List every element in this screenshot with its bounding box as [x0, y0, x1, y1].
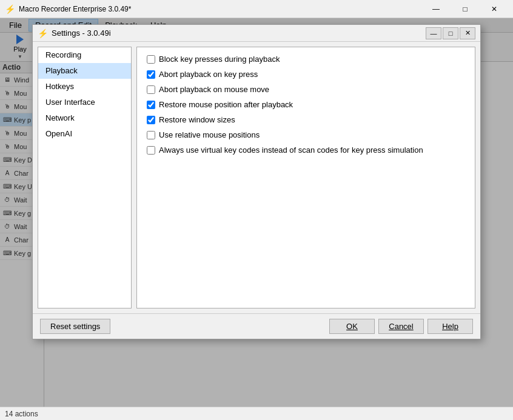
checkbox-label-cb6[interactable]: Use relative mouse positions [159, 130, 260, 139]
settings-dialog: ⚡ Settings - 3.0.49i — □ ✕ RecordingPlay… [32, 24, 481, 339]
app-title: Macro Recorder Enterprise 3.0.49* [19, 5, 131, 13]
app-icon: ⚡ [5, 4, 15, 14]
minimize-button[interactable]: — [422, 0, 450, 18]
title-bar-left: ⚡ Macro Recorder Enterprise 3.0.49* [5, 4, 131, 14]
checkbox-row-cb5: Restore window sizes [147, 115, 465, 124]
settings-content-panel: Block key presses during playbackAbort p… [136, 47, 475, 308]
title-bar: ⚡ Macro Recorder Enterprise 3.0.49* — □ … [0, 0, 513, 18]
checkbox-cb1[interactable] [147, 55, 155, 64]
status-text: 14 actions [5, 410, 38, 418]
checkbox-cb7[interactable] [147, 146, 155, 155]
checkbox-label-cb7[interactable]: Always use virtual key codes instead of … [159, 145, 423, 155]
checkbox-row-cb6: Use relative mouse positions [147, 130, 465, 139]
title-bar-controls: — □ ✕ [422, 0, 508, 18]
checkbox-row-cb4: Restore mouse position after playback [147, 100, 465, 109]
checkbox-label-cb3[interactable]: Abort playback on mouse move [159, 85, 269, 94]
checkbox-row-cb7: Always use virtual key codes instead of … [147, 145, 465, 155]
dialog-overlay: ⚡ Settings - 3.0.49i — □ ✕ RecordingPlay… [0, 18, 513, 407]
reset-settings-button[interactable]: Reset settings [40, 319, 110, 334]
checkbox-label-cb2[interactable]: Abort playback on key press [159, 70, 258, 79]
checkbox-cb6[interactable] [147, 131, 155, 139]
settings-nav-item-recording[interactable]: Recording [38, 47, 131, 63]
dialog-footer: Reset settings OK Cancel Help [33, 313, 480, 339]
settings-nav-panel: RecordingPlaybackHotkeysUser InterfaceNe… [38, 47, 132, 308]
dialog-title: Settings - 3.0.49i [52, 28, 111, 38]
status-bar: 14 actions [0, 407, 513, 420]
checkbox-label-cb4[interactable]: Restore mouse position after playback [159, 100, 293, 109]
dialog-titlebar: ⚡ Settings - 3.0.49i — □ ✕ [33, 25, 480, 42]
checkbox-row-cb1: Block key presses during playback [147, 55, 465, 64]
settings-nav-item-user-interface[interactable]: User Interface [38, 95, 131, 110]
dialog-icon: ⚡ [38, 28, 48, 38]
maximize-button[interactable]: □ [451, 0, 479, 18]
dialog-minimize-button[interactable]: — [426, 27, 441, 39]
dialog-body: RecordingPlaybackHotkeysUser InterfaceNe… [33, 42, 480, 313]
help-button[interactable]: Help [428, 319, 473, 334]
settings-nav-item-openai[interactable]: OpenAI [38, 126, 131, 142]
dialog-controls: — □ ✕ [426, 27, 475, 39]
checkbox-cb3[interactable] [147, 85, 155, 94]
dialog-titlebar-left: ⚡ Settings - 3.0.49i [38, 28, 111, 38]
cancel-button[interactable]: Cancel [378, 319, 424, 334]
checkbox-label-cb1[interactable]: Block key presses during playback [159, 55, 280, 64]
footer-right-buttons: OK Cancel Help [329, 319, 473, 334]
settings-nav-item-network[interactable]: Network [38, 110, 131, 126]
checkbox-row-cb2: Abort playback on key press [147, 70, 465, 79]
ok-button[interactable]: OK [329, 319, 375, 334]
app-window: ⚡ Macro Recorder Enterprise 3.0.49* — □ … [0, 0, 513, 407]
checkbox-row-cb3: Abort playback on mouse move [147, 85, 465, 94]
close-button[interactable]: ✕ [480, 0, 508, 18]
checkbox-label-cb5[interactable]: Restore window sizes [159, 115, 235, 124]
settings-nav-item-playback[interactable]: Playback [38, 63, 131, 79]
checkbox-cb2[interactable] [147, 70, 155, 79]
checkbox-cb5[interactable] [147, 116, 155, 124]
settings-nav-item-hotkeys[interactable]: Hotkeys [38, 79, 131, 95]
dialog-close-button[interactable]: ✕ [460, 27, 475, 39]
dialog-maximize-button[interactable]: □ [443, 27, 458, 39]
checkbox-cb4[interactable] [147, 101, 155, 109]
